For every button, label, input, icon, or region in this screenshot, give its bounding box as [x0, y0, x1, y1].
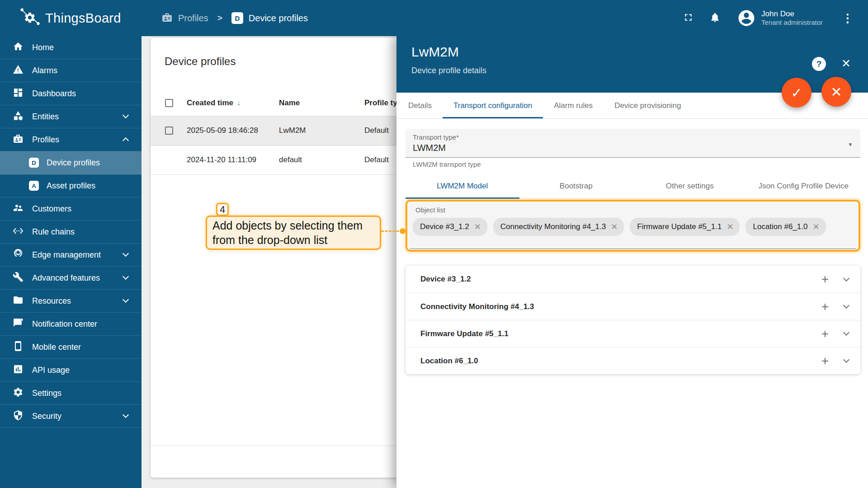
chip-device: Device #3_1.2 ✕: [413, 218, 487, 236]
row-checkbox[interactable]: [165, 127, 173, 135]
thingsboard-logo[interactable]: ThingsBoard: [0, 5, 142, 31]
notifications-button[interactable]: [709, 12, 721, 24]
fullscreen-icon: [683, 12, 694, 24]
chevron-down-icon: [123, 250, 129, 257]
accordion-row-device[interactable]: Device #3_1.2 +: [406, 266, 860, 293]
breadcrumb-profiles[interactable]: Profiles: [161, 12, 208, 25]
sidebar-item-mobile-center[interactable]: Mobile center: [0, 336, 142, 359]
subtab-other-settings[interactable]: Other settings: [633, 174, 747, 198]
cell-created-time: 2024-11-20 11:11:09: [187, 155, 279, 164]
fullscreen-button[interactable]: [683, 12, 694, 24]
dashboard-icon: [13, 87, 24, 100]
top-bar: ThingsBoard Profiles > D Device p: [0, 0, 868, 36]
category-icon: [13, 110, 24, 123]
sidebar-item-asset-profiles[interactable]: A Asset profiles: [0, 174, 142, 197]
apply-changes-button[interactable]: ✓: [782, 78, 811, 108]
user-name: John Doe: [761, 9, 823, 19]
chevron-down-icon: [123, 296, 129, 303]
user-info[interactable]: John Doe Tenant administrator: [761, 9, 823, 27]
kebab-menu-icon[interactable]: ⋮: [842, 11, 854, 25]
check-icon: ✓: [791, 85, 802, 101]
chip-remove-icon[interactable]: ✕: [812, 222, 819, 232]
add-instance-icon[interactable]: +: [821, 328, 829, 340]
help-icon[interactable]: ?: [812, 57, 826, 71]
chip-remove-icon[interactable]: ✕: [611, 222, 618, 232]
add-instance-icon[interactable]: +: [821, 300, 829, 313]
add-instance-icon[interactable]: +: [821, 355, 829, 367]
asset-profiles-a-icon: A: [29, 181, 39, 191]
discard-changes-button[interactable]: ✕: [821, 77, 851, 107]
object-list-field[interactable]: Object list Device #3_1.2 ✕ Connectivity…: [406, 200, 860, 252]
gear-icon: [13, 387, 24, 399]
chevron-down-icon: [123, 273, 129, 280]
sidebar-item-notification-center[interactable]: Notification center: [0, 313, 142, 336]
sidebar-item-dashboards[interactable]: Dashboards: [0, 82, 142, 105]
sidebar-item-rule-chains[interactable]: Rule chains: [0, 221, 142, 244]
expand-chevron-icon[interactable]: [843, 275, 849, 281]
sidebar-item-settings[interactable]: Settings: [0, 382, 142, 405]
transport-type-select[interactable]: Transport type* LWM2M ▼: [406, 129, 860, 158]
message-icon: [13, 318, 24, 330]
drawer-body: Transport type* LWM2M ▼ LWM2M transport …: [396, 119, 868, 374]
device-profiles-d-icon: D: [29, 158, 39, 168]
cell-created-time: 2025-05-09 18:46:28: [187, 126, 279, 135]
sidebar: Home Alarms Dashboards Entities: [0, 36, 142, 488]
close-icon[interactable]: ✕: [841, 57, 851, 70]
accordion-row-location[interactable]: Location #6_1.0 +: [406, 347, 860, 374]
chip-connectivity-monitoring: Connectivity Monitoring #4_1.3 ✕: [493, 218, 624, 236]
subtab-json-config-profile-device[interactable]: Json Config Profile Device: [747, 174, 861, 198]
badge-icon: [13, 133, 24, 146]
sidebar-item-device-profiles[interactable]: D Device profiles: [0, 151, 142, 174]
chip-location: Location #6_1.0 ✕: [745, 218, 826, 236]
sidebar-item-advanced-features[interactable]: Advanced features: [0, 267, 142, 290]
object-accordion: Device #3_1.2 + Connectivity Monitoring …: [406, 266, 860, 374]
column-created-time[interactable]: Created time↓: [187, 99, 279, 108]
sidebar-item-security[interactable]: Security: [0, 405, 142, 428]
subtab-lwm2m-model[interactable]: LWM2M Model: [406, 174, 519, 198]
expand-chevron-icon[interactable]: [843, 357, 849, 363]
sidebar-item-api-usage[interactable]: API usage: [0, 359, 142, 382]
sidebar-item-resources[interactable]: Resources: [0, 290, 142, 313]
people-icon: [13, 202, 24, 215]
tools-icon: [13, 272, 24, 284]
close-icon: ✕: [830, 84, 842, 100]
chip-remove-icon[interactable]: ✕: [726, 222, 733, 232]
sidebar-item-customers[interactable]: Customers: [0, 197, 142, 221]
subtab-bootstrap[interactable]: Bootstrap: [519, 174, 633, 198]
expand-chevron-icon[interactable]: [843, 302, 849, 309]
transport-type-label: Transport type*: [413, 133, 853, 141]
object-list-label: Object list: [415, 206, 853, 214]
antenna-icon: [13, 249, 24, 261]
dropdown-caret-icon: ▼: [848, 141, 853, 148]
tab-transport-configuration[interactable]: Transport configuration: [443, 93, 543, 118]
chevron-up-icon: [123, 137, 129, 144]
avatar[interactable]: [737, 9, 756, 28]
sidebar-item-entities[interactable]: Entities: [0, 105, 142, 128]
sidebar-item-alarms[interactable]: Alarms: [0, 59, 142, 82]
add-instance-icon[interactable]: +: [821, 273, 829, 286]
sidebar-item-edge-management[interactable]: Edge management: [0, 244, 142, 267]
sidebar-item-home[interactable]: Home: [0, 36, 142, 59]
shield-icon: [13, 410, 24, 422]
device-profile-badge-icon: D: [231, 12, 243, 24]
breadcrumb: Profiles > D Device profiles: [161, 12, 308, 25]
transport-type-hint: LWM2M transport type: [406, 160, 860, 168]
profiles-badge-icon: [161, 12, 173, 25]
top-actions: John Doe Tenant administrator ⋮: [683, 9, 868, 28]
accordion-row-firmware-update[interactable]: Firmware Update #5_1.1 +: [406, 320, 860, 347]
chip-remove-icon[interactable]: ✕: [474, 222, 481, 232]
column-name[interactable]: Name: [279, 99, 364, 108]
tab-device-provisioning[interactable]: Device provisioning: [604, 93, 692, 118]
breadcrumb-separator: >: [217, 13, 222, 23]
bell-icon: [709, 12, 721, 24]
smartphone-icon: [13, 341, 24, 353]
select-all-checkbox[interactable]: [165, 99, 173, 107]
lwm2m-subtabs: LWM2M Model Bootstrap Other settings Jso…: [406, 174, 860, 199]
breadcrumb-current-label: Device profiles: [249, 13, 308, 23]
breadcrumb-device-profiles[interactable]: D Device profiles: [231, 12, 308, 24]
tab-alarm-rules[interactable]: Alarm rules: [543, 93, 604, 118]
expand-chevron-icon[interactable]: [843, 329, 849, 336]
sidebar-item-profiles[interactable]: Profiles: [0, 128, 142, 151]
tab-details[interactable]: Details: [397, 93, 443, 118]
accordion-row-connectivity-monitoring[interactable]: Connectivity Monitoring #4_1.3 +: [406, 293, 860, 320]
